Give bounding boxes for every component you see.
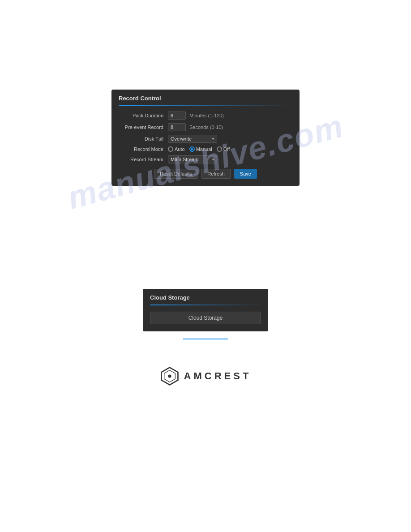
amcrest-brand-name: AMCREST <box>184 370 252 382</box>
amcrest-logo: AMCREST <box>160 366 252 386</box>
record-mode-radio-group: Auto Manual Off <box>168 146 230 152</box>
pack-duration-row: Pack Duration Minutes (1-120) <box>119 112 292 120</box>
disk-full-row: Disk Full Overwrite Stop <box>119 135 292 143</box>
record-mode-off-dot <box>217 146 222 152</box>
disk-full-select[interactable]: Overwrite Stop <box>168 135 217 143</box>
record-control-buttons: Reset Defaults Refresh Save <box>119 169 292 179</box>
pack-duration-unit: Minutes (1-120) <box>189 113 224 118</box>
pre-event-record-row: Pre-event Record Seconds (0-10) <box>119 123 292 131</box>
record-mode-row: Record Mode Auto Manual Off <box>119 146 292 152</box>
record-mode-auto-label: Auto <box>175 146 185 152</box>
record-mode-manual-label: Manual <box>196 146 212 152</box>
record-mode-label: Record Mode <box>119 146 168 152</box>
record-mode-auto[interactable]: Auto <box>168 146 185 152</box>
record-stream-label: Record Stream <box>119 157 168 162</box>
record-mode-manual[interactable]: Manual <box>189 146 212 152</box>
disk-full-label: Disk Full <box>119 136 168 142</box>
record-control-divider <box>119 105 292 106</box>
record-stream-row: Record Stream Main Stream Sub Stream <box>119 155 292 163</box>
record-control-title: Record Control <box>119 95 292 102</box>
save-button[interactable]: Save <box>234 169 257 179</box>
pack-duration-label: Pack Duration <box>119 113 168 118</box>
cloud-storage-panel: Cloud Storage Cloud Storage <box>143 289 268 331</box>
record-mode-manual-dot <box>189 146 195 152</box>
reset-defaults-button[interactable]: Reset Defaults <box>154 169 198 179</box>
amcrest-hexagon-icon <box>160 366 180 386</box>
pre-event-record-unit: Seconds (0-10) <box>189 124 223 130</box>
svg-point-2 <box>168 374 171 378</box>
cloud-storage-button[interactable]: Cloud Storage <box>150 312 261 324</box>
record-mode-off[interactable]: Off <box>217 146 230 152</box>
refresh-button[interactable]: Refresh <box>201 169 231 179</box>
cloud-storage-title: Cloud Storage <box>150 294 261 301</box>
record-stream-select[interactable]: Main Stream Sub Stream <box>168 155 217 163</box>
record-mode-off-label: Off <box>223 146 230 152</box>
cloud-storage-divider <box>150 305 261 305</box>
record-control-panel: Record Control Pack Duration Minutes (1-… <box>111 90 300 186</box>
record-stream-select-wrapper: Main Stream Sub Stream <box>168 155 217 163</box>
pre-event-record-label: Pre-event Record <box>119 124 168 130</box>
record-mode-auto-dot <box>168 146 173 152</box>
page-container: manualshive.com Record Control Pack Dura… <box>0 0 411 532</box>
cloud-link-underline <box>183 339 228 339</box>
disk-full-select-wrapper: Overwrite Stop <box>168 135 217 143</box>
pre-event-record-input[interactable] <box>168 123 186 131</box>
pack-duration-input[interactable] <box>168 112 186 120</box>
